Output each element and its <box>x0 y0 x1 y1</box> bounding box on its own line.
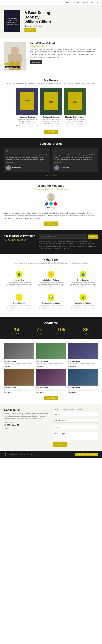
book-1-title: Business Strategy <box>16 116 38 118</box>
post-2-headline: Post 4 Headline <box>68 360 98 362</box>
contact-right: Sample text. Click to select the Text El… <box>53 408 98 447</box>
stat-2-label: Happy Readers <box>56 333 66 335</box>
my-books-section: My Books Lorem ipsum dolor sit amet, con… <box>0 74 102 138</box>
stat-0-label: Books Published <box>11 333 22 335</box>
post-5-read-more[interactable]: READ MORE › <box>68 392 98 393</box>
books-grid: BusinessStrategy Business Strategy Suspe… <box>4 88 98 127</box>
map-pin-icon: 📍 <box>4 453 7 456</box>
book-cover-image: WILLIAM GILBERT START YOUR OWN BUSINESS … <box>4 10 20 32</box>
post-4-read-more[interactable]: READ MORE › <box>36 392 66 393</box>
buy-now-hero-button[interactable]: Buy Now <box>24 28 36 32</box>
what-subtitle: Lorem ipsum dolor sit amet, consectetur … <box>4 262 98 264</box>
call-desc: Lorem ipsum dolor sit amet, consectetur … <box>39 240 98 250</box>
name-input[interactable] <box>53 412 98 416</box>
post-image-1 <box>36 343 66 359</box>
message-textarea[interactable] <box>53 432 98 440</box>
post-3-read-more[interactable]: READ MORE › <box>4 392 34 393</box>
hero-text: A Best-Selling Book by William Gilbert e… <box>24 10 51 32</box>
what-icon-4: 💬 <box>48 294 54 301</box>
post-3-headline: Post 3 Headline <box>4 387 34 388</box>
quote-mark-1: ❝ <box>6 150 48 154</box>
email-input[interactable] <box>53 419 98 422</box>
book-2-inner: ForwardBusinessStrategy <box>44 92 58 110</box>
nav-contact[interactable]: CONTACT <box>81 2 89 3</box>
nav-logo: logo <box>3 1 6 3</box>
post-2-read-more[interactable]: READ MORE › <box>68 366 98 367</box>
twitter-icon[interactable]: t <box>49 202 53 206</box>
what-grid: 👤 One-on-One Lorem ipsum dolor sit amet,… <box>4 269 98 313</box>
my-books-button[interactable]: MY BOOKS ↗ <box>5 63 20 65</box>
phone-field: Phone number: +1 232 343 44 55 <box>4 422 49 426</box>
nav-my-books[interactable]: MY BOOKS <box>91 2 99 3</box>
what-i-do-section: What I Do Lorem ipsum dolor sit amet, co… <box>0 254 102 317</box>
footer-map-button[interactable]: Click to Select the Text Element <box>75 453 98 456</box>
post-4-desc: Sample text here. Lorem ipsum dolor sit … <box>36 389 66 391</box>
book-3-inner: Ideas forBetterAdvice <box>68 92 82 110</box>
stat-0-number: 14 <box>11 327 22 332</box>
call-phone: 📞 +1 (234) 567-8910 <box>4 238 35 241</box>
what-icon-5: 🌿 <box>80 294 86 301</box>
images-from-note: Images from Freepik <box>4 174 98 176</box>
post-card-3: Post 3 Headline Sample text here. Lorem … <box>4 369 34 393</box>
post-image-4 <box>36 369 66 386</box>
testimonial-2-author: Sam Perry <box>54 166 96 170</box>
author-role: Author & Coach <box>30 45 98 47</box>
testimonial-2-name: Sam Perry <box>60 167 69 169</box>
post-1-read-more[interactable]: READ MORE › <box>36 366 66 367</box>
book-3-desc: Suspendisse vulputate eros in elit susci… <box>64 119 86 127</box>
contact-left-text: Ut enim ad minim veniam, quis nostrud ex… <box>4 413 49 420</box>
nav-my-bio[interactable]: MY BIO <box>74 2 79 3</box>
post-0-desc: Sample text here. Lorem ipsum dolor sit … <box>4 363 34 365</box>
success-section: Success Stories ❝ Lorem ipsum dolor sit … <box>0 138 102 180</box>
what-icon-0: 👤 <box>16 271 22 278</box>
about-me-section: About Me 14 Books Published 7k Clients 1… <box>0 317 102 339</box>
book-cover-2: ForwardBusinessStrategy <box>40 88 62 115</box>
stat-2: 10k Happy Readers <box>56 327 66 335</box>
post-card-2: Post 4 Headline Sample text here. Lorem … <box>68 343 98 367</box>
what-desc-2: Lorem ipsum dolor sit amet, consectetur … <box>69 282 97 288</box>
what-title-5: Mindfulness Training <box>69 302 97 304</box>
what-title-3: Group Coaching <box>5 302 33 304</box>
contact-title: Get In Touch <box>4 408 49 412</box>
post-card-0: Post 4 Headline Sample text here. Lorem … <box>4 343 34 367</box>
subject-input[interactable] <box>53 425 98 429</box>
testimonial-2-text: Lorem ipsum dolor sit amet, consectetur … <box>54 154 96 163</box>
welcome-text: Ut enim ad minim veniam, quis nostrud ex… <box>4 212 98 220</box>
name-field <box>53 412 98 417</box>
posts-learn-more-wrap: Learn More <box>4 396 98 400</box>
email-display-label: Email: <box>4 428 49 430</box>
author-image-container: MY BOOKS ↗ DOWNLOAD MY CV ↗ <box>4 42 26 70</box>
what-card-3: ⭐ Group Coaching Lorem ipsum dolor sit a… <box>4 292 34 313</box>
posts-learn-more-button[interactable]: Learn More <box>44 396 57 400</box>
nav-about[interactable]: ABOUT <box>66 2 71 3</box>
stat-1: 7k Clients <box>37 327 42 335</box>
post-0-read-more[interactable]: READ MORE › <box>4 366 34 367</box>
what-title: What I Do <box>4 258 98 262</box>
svg-point-7 <box>48 198 54 201</box>
books-learn-more-button[interactable]: Learn More <box>44 130 57 134</box>
testimonial-1-avatar <box>6 166 11 170</box>
welcome-title: Welcome Message <box>4 184 98 188</box>
posts-grid-bottom: Post 3 Headline Sample text here. Lorem … <box>4 369 98 393</box>
author-section: MY BOOKS ↗ DOWNLOAD MY CV ↗ I'am William… <box>0 38 102 74</box>
hero-book: WILLIAM GILBERT START YOUR OWN BUSINESS … <box>4 10 20 32</box>
call-submit-button[interactable]: SUBMIT <box>88 234 98 238</box>
facebook-icon[interactable]: f <box>45 202 48 206</box>
book-title: START YOUR OWN BUSINESS <box>5 20 19 23</box>
what-title-0: One-on-One <box>5 279 33 281</box>
svg-rect-5 <box>19 55 22 62</box>
email-input-field <box>53 419 98 424</box>
call-me-section: You Inspired By My Work? 📞 +1 (234) 567-… <box>0 230 102 254</box>
stat-3-number: 35 <box>81 327 91 332</box>
buy-now-welcome-button[interactable]: Buy Now <box>44 222 58 226</box>
welcome-profile: f t ▶ Nick Perry Images from Pexels <box>4 193 98 210</box>
book-card-1: BusinessStrategy Business Strategy Suspe… <box>16 88 38 127</box>
stat-1-label: Clients <box>37 333 42 335</box>
success-title: Success Stories <box>4 142 98 146</box>
youtube-icon[interactable]: ▶ <box>54 202 57 206</box>
email-display-field: Email: <box>4 428 49 430</box>
call-email-input[interactable] <box>39 234 87 238</box>
download-cv-button[interactable]: DOWNLOAD MY CV ↗ <box>5 66 20 68</box>
contact-submit-button[interactable]: SUBMIT <box>53 442 67 447</box>
learn-more-button[interactable]: Learn more <box>30 60 42 64</box>
